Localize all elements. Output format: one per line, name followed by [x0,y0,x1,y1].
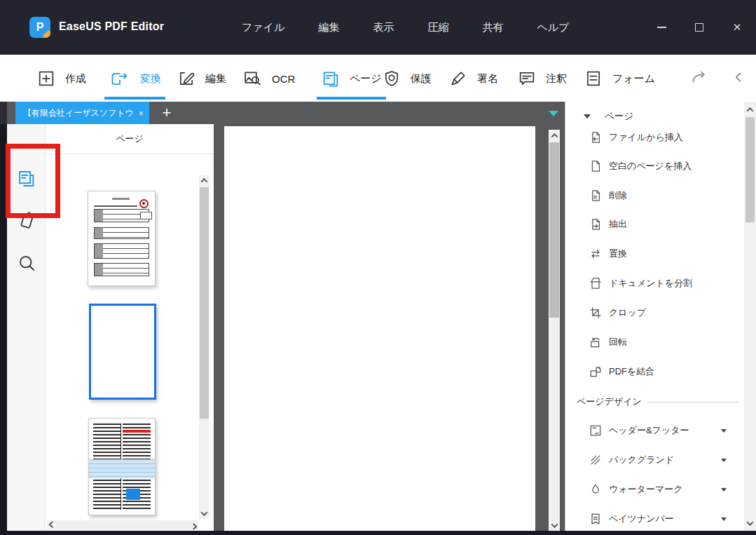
left-edge-strip [0,124,7,535]
app-title: EaseUS PDF Editor [59,20,164,33]
new-tab-button[interactable]: + [155,102,179,124]
thumbnail-vscrollbar[interactable] [199,175,209,519]
page-design-section-header: ページデザイン [577,395,739,408]
ribbon-tab-label: 作成 [65,72,86,86]
scroll-up-button[interactable] [744,104,756,115]
thumb1-table [94,243,150,259]
action-merge-pdf[interactable]: PDFを結合 [565,361,741,382]
search-button[interactable] [7,249,46,277]
ribbon-tab-label: 編集 [205,72,226,86]
action-label: ドキュメントを分割 [609,277,692,290]
chevron-down-icon [201,509,208,516]
scroll-down-button[interactable] [199,508,209,519]
ribbon-tab-annotation[interactable]: 注釈 [517,64,567,93]
expand-caret-icon[interactable] [721,429,727,433]
ribbon-tab-label: ページ [350,72,382,86]
design-watermark[interactable]: ウォーターマーク [565,479,741,500]
scrollbar-thumb[interactable] [549,142,559,318]
action-replace-page[interactable]: 置換 [565,243,741,264]
scroll-up-button[interactable] [199,175,209,186]
scrollbar-thumb[interactable] [745,117,755,222]
ribbon-tab-pages[interactable]: ページ [321,64,382,93]
chevron-left-icon [48,521,55,528]
action-crop[interactable]: クロップ [565,302,741,323]
design-bates-number[interactable]: ベイツナンバー [565,508,741,529]
page-thumbnail-2-selected[interactable] [89,304,156,400]
action-label: 抽出 [609,218,627,231]
crop-icon [588,306,603,320]
document-tab-title: 【有限会社イーザスソフトウェ... [23,107,134,119]
scroll-right-button[interactable] [188,520,198,530]
menu-file[interactable]: ファイル [242,21,284,34]
close-button[interactable]: ✕ [727,17,748,38]
left-column: 【有限会社イーザスソフトウェ... × + [0,102,565,535]
expand-caret-icon[interactable] [721,459,727,462]
thumb3-blue-button [126,489,141,500]
design-header-footer[interactable]: ヘッダー&フッター [565,420,741,441]
app-logo-icon: P [29,17,50,38]
action-label: ベイツナンバー [609,513,674,525]
thumbnail-panel: ページ [46,124,214,535]
action-label: クロップ [609,306,646,319]
minimize-icon [657,27,666,28]
panel-title: ページ [605,110,633,123]
page-thumbnail-3[interactable] [88,418,156,515]
thumbnail-hscrollbar[interactable] [47,520,198,530]
navigation-sidebar [7,124,46,535]
document-tab[interactable]: 【有限会社イーザスソフトウェ... × [15,102,149,124]
page-thumbnails-button[interactable] [7,165,46,193]
ribbon-tab-label: フォーム [612,72,655,86]
scroll-down-button[interactable] [549,520,560,531]
menu-help[interactable]: ヘルプ [537,21,569,34]
collapse-panel-icon[interactable] [731,69,746,88]
ribbon-tab-ocr[interactable]: OCR [242,64,295,93]
scroll-left-button[interactable] [47,520,57,530]
expand-caret-icon[interactable] [721,488,727,492]
action-insert-from-file[interactable]: ファイルから挿入 [565,127,741,148]
window-controls: ✕ [651,0,748,55]
document-canvas [214,124,565,535]
action-insert-blank-page[interactable]: 空白のページを挿入 [565,156,741,177]
ribbon-tab-create[interactable]: 作成 [36,64,86,93]
maximize-button[interactable] [689,17,710,38]
menu-edit[interactable]: 編集 [318,21,339,34]
panel-vscrollbar[interactable] [744,102,756,531]
action-label: 置換 [609,248,627,260]
menu-compress[interactable]: 圧縮 [427,21,448,34]
design-background[interactable]: バックグランド [565,449,741,470]
ribbon-tab-form[interactable]: フォーム [584,64,655,93]
redo-icon[interactable] [689,68,710,89]
page-thumbnail-1[interactable] [88,191,156,286]
chevron-down-icon [551,521,558,528]
action-extract-page[interactable]: 抽出 [565,214,741,235]
page-thumbnails-icon [16,168,37,189]
page-tools-panel: ページ ファイルから挿入 空白のページを挿入 削除 抽出 置換 ドキュメントを分… [565,102,756,535]
chevron-up-icon [201,178,208,185]
convert-icon [109,69,131,88]
scrollbar-thumb[interactable] [200,187,209,419]
active-underline [104,97,165,100]
ribbon-tab-protect[interactable]: 保護 [382,64,432,93]
scroll-down-button[interactable] [744,517,756,529]
tab-bar-edge [0,102,7,124]
tab-list-dropdown-icon[interactable] [549,111,558,116]
header-footer-icon [588,424,603,438]
bookmarks-button[interactable] [7,207,46,235]
ribbon-tab-signature[interactable]: 署名 [448,64,498,93]
form-icon [584,69,603,88]
action-delete-page[interactable]: 削除 [565,185,741,206]
action-rotate[interactable]: 回転 [565,332,741,353]
scroll-up-button[interactable] [549,130,560,141]
menu-view[interactable]: 表示 [373,21,394,34]
minimize-button[interactable] [651,17,672,38]
expand-caret-icon[interactable] [721,517,727,521]
ribbon-tab-convert[interactable]: 変換 [109,64,161,93]
current-page-blank[interactable] [224,126,535,531]
action-split-document[interactable]: ドキュメントを分割 [565,273,741,294]
tab-close-icon[interactable]: × [138,108,144,118]
canvas-vscrollbar[interactable] [549,130,560,531]
pages-icon [321,69,341,88]
menu-share[interactable]: 共有 [482,21,503,34]
collapse-caret-icon[interactable] [584,114,591,118]
ribbon-tab-edit[interactable]: 編集 [177,64,226,93]
